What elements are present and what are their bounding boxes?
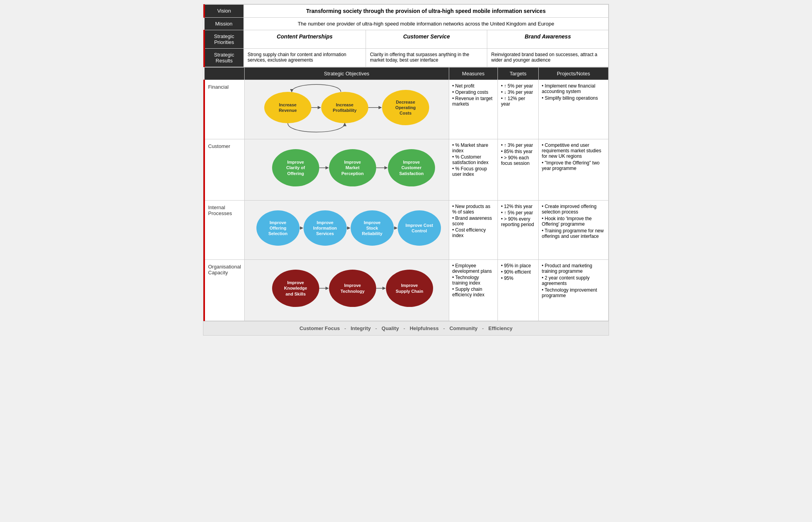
footer-sep-4: - <box>481 325 485 331</box>
vision-content: Transforming society through the provisi… <box>243 5 609 18</box>
bsc-table: Strategic Objectives Measures Targets Pr… <box>203 67 609 321</box>
measures-0: • Net profit• Operating costs• Revenue i… <box>449 80 497 139</box>
objective-ellipse-3-1: Improve Technology <box>329 270 376 307</box>
priority1: Content Partnerships <box>243 30 366 49</box>
footer: Customer Focus - Integrity - Quality - H… <box>203 321 609 335</box>
col-measures: Measures <box>449 68 497 80</box>
perspective-0: Financial <box>204 80 244 139</box>
result2: Clarity in offering that surpasses anyth… <box>366 49 487 67</box>
priority3: Brand Awareness <box>487 30 609 49</box>
projects-0: • Implement new financial accounting sys… <box>538 80 608 139</box>
objective-ellipse-1-1: Improve Market Perception <box>329 149 376 186</box>
footer-sep-2: - <box>402 325 407 331</box>
objective-ellipse-3-2: Improve Supply Chain <box>386 270 433 307</box>
footer-value-5: Efficiency <box>488 325 512 331</box>
mission-content: The number one provider of ultra-high sp… <box>243 18 609 30</box>
perspective-3: Organisational Capacity <box>204 260 244 321</box>
footer-value-0: Customer Focus <box>300 325 340 331</box>
col-objectives: Strategic Objectives <box>244 68 449 80</box>
objective-ellipse-2-1: Improve Information Services <box>304 210 347 246</box>
mission-label: Mission <box>204 18 243 30</box>
footer-value-2: Quality <box>382 325 399 331</box>
objectives-cell-0: Increase RevenueIncrease ProfitabilityDe… <box>244 80 449 139</box>
objective-ellipse-0-1: Increase Profitability <box>321 92 368 123</box>
perspective-1: Customer <box>204 139 244 201</box>
objective-ellipse-0-0: Increase Revenue <box>264 92 311 123</box>
objective-ellipse-2-3: Improve Cost Control <box>398 210 441 246</box>
projects-2: • Create improved offering selection pro… <box>538 201 608 260</box>
measures-3: • Employee development plans• Technology… <box>449 260 497 321</box>
targets-2: • 12% this year• ↑ 5% per year• > 90% ev… <box>497 201 538 260</box>
measures-2: • New products as % of sales• Brand awar… <box>449 201 497 260</box>
objective-ellipse-2-2: Improve Stock Reliability <box>351 210 394 246</box>
result1: Strong supply chain for content and info… <box>243 49 366 67</box>
bsc-container: Vision Transforming society through the … <box>203 4 609 336</box>
targets-0: • ↑ 5% per year• ↓ 3% per year• ↑ 12% pe… <box>497 80 538 139</box>
perspective-2: Internal Processes <box>204 201 244 260</box>
projects-1: • Competitive end user requirements mark… <box>538 139 608 201</box>
measures-1: • % Market share index• % Customer satis… <box>449 139 497 201</box>
footer-sep-0: - <box>343 325 347 331</box>
targets-3: • 95% in place• 90% efficient• 95% <box>497 260 538 321</box>
result3: Reinvigorated brand based on successes, … <box>487 49 609 67</box>
objective-ellipse-3-0: Improve Knowledge and Skills <box>272 270 319 307</box>
objective-ellipse-2-0: Improve Offering Selection <box>256 210 300 246</box>
footer-value-3: Helpfulness <box>410 325 439 331</box>
objectives-cell-3: Improve Knowledge and SkillsImprove Tech… <box>244 260 449 321</box>
footer-sep-3: - <box>442 325 446 331</box>
objectives-cell-1: Improve Clarity of OfferingImprove Marke… <box>244 139 449 201</box>
footer-value-4: Community <box>450 325 478 331</box>
targets-1: • ↑ 3% per year• 85% this year• > 90% ea… <box>497 139 538 201</box>
vision-label: Vision <box>204 5 243 18</box>
col-targets: Targets <box>497 68 538 80</box>
projects-3: • Product and marketing training program… <box>538 260 608 321</box>
objective-ellipse-1-2: Improve Customer Satisfaction <box>388 149 435 186</box>
header-table: Vision Transforming society through the … <box>203 4 609 67</box>
footer-sep-1: - <box>374 325 379 331</box>
footer-value-1: Integrity <box>351 325 371 331</box>
col-projects: Projects/Notes <box>538 68 608 80</box>
objective-ellipse-0-2: Decrease Operating Costs <box>382 90 429 125</box>
priorities-label: Strategic Priorities <box>204 30 243 49</box>
col-perspective <box>204 68 244 80</box>
priority2: Customer Service <box>366 30 487 49</box>
objective-ellipse-1-0: Improve Clarity of Offering <box>272 149 319 186</box>
results-label: Strategic Results <box>204 49 243 67</box>
objectives-cell-2: Improve Offering SelectionImprove Inform… <box>244 201 449 260</box>
